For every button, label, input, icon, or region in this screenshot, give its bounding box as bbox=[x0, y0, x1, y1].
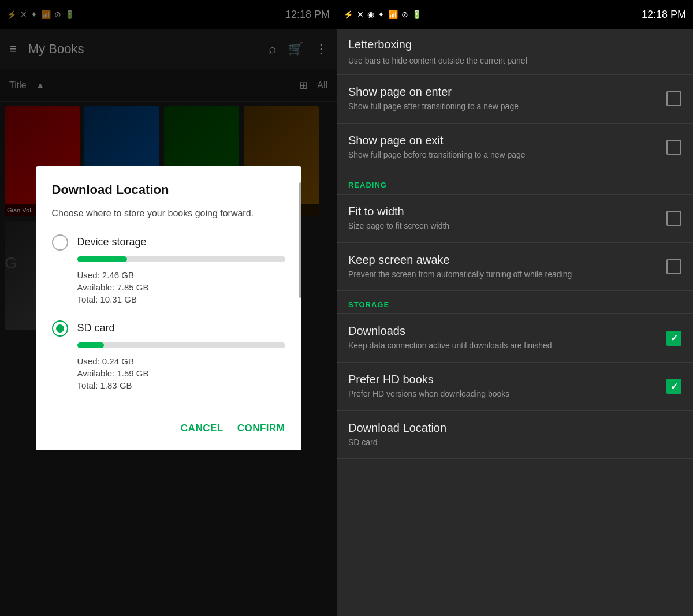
downloads-desc: Keep data connection active until downlo… bbox=[348, 340, 657, 352]
device-storage-header: Device storage bbox=[52, 234, 285, 251]
usb-icon-r: ⚡ bbox=[344, 10, 353, 19]
prefer-hd-desc: Prefer HD versions when downloading book… bbox=[348, 389, 657, 400]
dialog-title: Download Location bbox=[52, 182, 285, 197]
storage-section-header: STORAGE bbox=[337, 291, 693, 314]
settings-item-fit-width[interactable]: Fit to width Size page to fit screen wid… bbox=[337, 195, 693, 243]
downloads-checkbox[interactable] bbox=[666, 331, 681, 346]
app-icon-r: ◉ bbox=[367, 10, 374, 19]
show-page-enter-desc: Show full page after transitioning to a … bbox=[348, 101, 657, 113]
device-used: Used: 2.46 GB bbox=[77, 270, 285, 280]
sdcard-radio-inner bbox=[56, 324, 64, 333]
dialog-overlay: Download Location Choose where to store … bbox=[0, 0, 337, 616]
settings-item-text-show-page-exit: Show page on exit Show full page before … bbox=[348, 134, 657, 161]
settings-item-text-fit-width: Fit to width Size page to fit screen wid… bbox=[348, 205, 657, 232]
dialog-actions: CANCEL CONFIRM bbox=[36, 406, 301, 450]
downloads-title: Downloads bbox=[348, 324, 657, 338]
device-available: Available: 7.85 GB bbox=[77, 282, 285, 292]
sdcard-storage-bar-bg bbox=[77, 342, 285, 348]
fit-width-checkbox[interactable] bbox=[666, 211, 681, 226]
dialog-description: Choose where to store your books going f… bbox=[52, 207, 285, 221]
fit-width-desc: Size page to fit screen width bbox=[348, 221, 657, 232]
dialog-scrollbar[interactable] bbox=[299, 182, 301, 298]
device-storage-label: Device storage bbox=[77, 236, 147, 248]
settings-item-text-prefer-hd: Prefer HD books Prefer HD versions when … bbox=[348, 373, 657, 400]
sdcard-storage-option[interactable]: SD card Used: 0.24 GB Available: 1.59 GB… bbox=[52, 320, 285, 390]
device-storage-option[interactable]: Device storage Used: 2.46 GB Available: … bbox=[52, 234, 285, 304]
status-icons-right: ⚡ ✕ ◉ ✦ 📶 ⊘ 🔋 bbox=[344, 10, 422, 19]
sdcard-storage-stats: Used: 0.24 GB Available: 1.59 GB Total: … bbox=[77, 356, 285, 390]
show-page-exit-desc: Show full page before transitioning to a… bbox=[348, 150, 657, 161]
status-bar-right: ⚡ ✕ ◉ ✦ 📶 ⊘ 🔋 12:18 PM bbox=[337, 0, 693, 29]
settings-item-text-downloads: Downloads Keep data connection active un… bbox=[348, 324, 657, 352]
download-location-dialog: Download Location Choose where to store … bbox=[36, 166, 301, 450]
keep-awake-checkbox[interactable] bbox=[666, 259, 681, 274]
letterboxing-title: Letterboxing bbox=[337, 29, 693, 54]
battery-icon-r: 🔋 bbox=[412, 10, 422, 19]
settings-item-prefer-hd[interactable]: Prefer HD books Prefer HD versions when … bbox=[337, 363, 693, 411]
settings-item-text-keep-awake: Keep screen awake Prevent the screen fro… bbox=[348, 253, 657, 281]
settings-item-text-show-page-enter: Show page on enter Show full page after … bbox=[348, 85, 657, 113]
bluetooth-icon-r: ✦ bbox=[378, 10, 385, 19]
prefer-hd-title: Prefer HD books bbox=[348, 373, 657, 386]
letterboxing-desc: Use bars to hide content outside the cur… bbox=[337, 54, 693, 75]
dialog-content: Download Location Choose where to store … bbox=[36, 166, 301, 406]
sdcard-storage-label: SD card bbox=[77, 322, 115, 334]
show-page-enter-checkbox[interactable] bbox=[666, 91, 681, 106]
cancel-button[interactable]: CANCEL bbox=[181, 418, 223, 439]
download-location-title: Download Location bbox=[348, 421, 681, 435]
sdcard-storage-header: SD card bbox=[52, 320, 285, 337]
device-total: Total: 10.31 GB bbox=[77, 294, 285, 304]
device-storage-radio[interactable] bbox=[52, 234, 68, 251]
notification-icon-r: ✕ bbox=[357, 10, 364, 19]
show-page-exit-title: Show page on exit bbox=[348, 134, 657, 147]
left-panel: ⚡ ✕ ✦ 📶 ⊘ 🔋 12:18 PM ≡ My Books ⌕ 🛒 ⋮ Ti… bbox=[0, 0, 337, 616]
fit-width-title: Fit to width bbox=[348, 205, 657, 218]
status-time-right: 12:18 PM bbox=[642, 9, 686, 21]
settings-list: Letterboxing Use bars to hide content ou… bbox=[337, 29, 693, 459]
reading-section-header: READING bbox=[337, 171, 693, 195]
sdcard-available: Available: 1.59 GB bbox=[77, 368, 285, 378]
show-page-enter-title: Show page on enter bbox=[348, 85, 657, 99]
settings-item-text-download-location: Download Location SD card bbox=[348, 421, 681, 449]
sdcard-used: Used: 0.24 GB bbox=[77, 356, 285, 366]
confirm-button[interactable]: CONFIRM bbox=[237, 418, 285, 439]
sdcard-total: Total: 1.83 GB bbox=[77, 380, 285, 390]
download-location-value: SD card bbox=[348, 437, 681, 449]
wifi-icon-r: 📶 bbox=[388, 10, 398, 19]
sdcard-storage-radio[interactable] bbox=[52, 320, 68, 337]
settings-item-downloads[interactable]: Downloads Keep data connection active un… bbox=[337, 314, 693, 363]
prefer-hd-checkbox[interactable] bbox=[666, 379, 681, 394]
keep-awake-desc: Prevent the screen from automatically tu… bbox=[348, 269, 657, 281]
device-storage-bar-fill bbox=[77, 256, 127, 262]
settings-item-keep-awake[interactable]: Keep screen awake Prevent the screen fro… bbox=[337, 243, 693, 292]
settings-item-show-page-exit[interactable]: Show page on exit Show full page before … bbox=[337, 124, 693, 172]
sdcard-storage-bar-fill bbox=[77, 342, 105, 348]
show-page-exit-checkbox[interactable] bbox=[666, 140, 681, 155]
device-storage-bar-bg bbox=[77, 256, 285, 262]
right-panel: ⚡ ✕ ◉ ✦ 📶 ⊘ 🔋 12:18 PM Letterboxing Use … bbox=[337, 0, 693, 616]
device-storage-stats: Used: 2.46 GB Available: 7.85 GB Total: … bbox=[77, 270, 285, 304]
settings-item-download-location[interactable]: Download Location SD card bbox=[337, 411, 693, 460]
settings-item-show-page-enter[interactable]: Show page on enter Show full page after … bbox=[337, 75, 693, 124]
no-sim-icon-r: ⊘ bbox=[401, 10, 408, 19]
keep-awake-title: Keep screen awake bbox=[348, 253, 657, 267]
